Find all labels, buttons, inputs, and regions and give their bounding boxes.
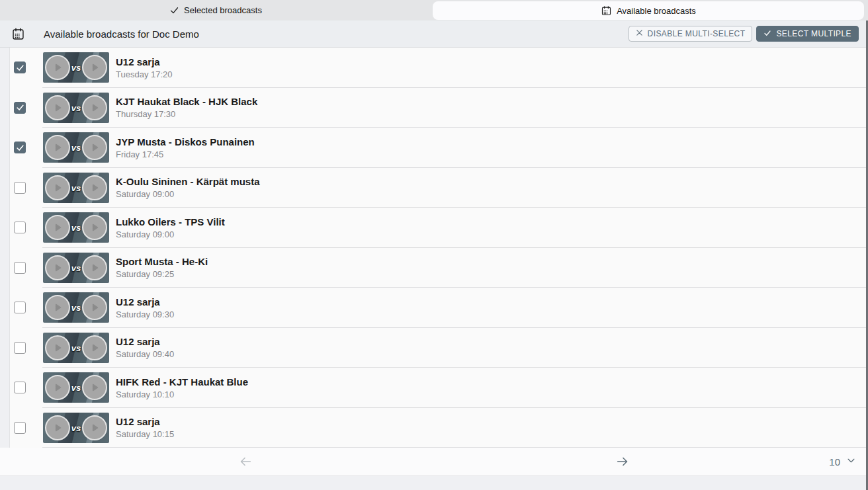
broadcast-meta: HIFK Red - KJT Haukat Blue Saturday 10:1… [116,376,248,399]
row-checkbox[interactable] [14,61,26,73]
page-header: Available broadcasts for Doc Demo DISABL… [0,20,868,48]
row-checkbox[interactable] [14,302,26,313]
prev-page-button[interactable] [238,454,253,469]
broadcast-thumbnail: vs [43,212,109,243]
play-icon [45,415,70,440]
broadcast-title: K-Oulu Sininen - Kärpät musta [116,176,260,187]
broadcast-meta: U12 sarja Saturday 09:30 [116,296,174,319]
vs-label: vs [71,63,81,73]
broadcast-time: Friday 17:45 [116,149,255,159]
broadcast-title: JYP Musta - Diskos Punainen [116,136,255,147]
broadcast-row[interactable]: vs Lukko Oilers - TPS Vilit Saturday 09:… [10,208,868,248]
play-icon [82,295,107,320]
vs-label: vs [71,343,81,352]
broadcast-row[interactable]: vs U12 sarja Tuesday 17:20 [10,48,868,88]
broadcast-thumbnail: vs [43,413,109,443]
play-icon [82,255,107,280]
broadcast-row[interactable]: vs K-Oulu Sininen - Kärpät musta Saturda… [10,168,868,208]
broadcast-row[interactable]: vs KJT Haukat Black - HJK Black Thursday… [10,88,868,128]
broadcast-meta: U12 sarja Saturday 10:15 [116,416,174,439]
page-size-selector[interactable]: 10 [829,456,856,468]
broadcast-row[interactable]: vs U12 sarja Saturday 09:30 [10,288,868,328]
play-icon [82,335,107,360]
broadcast-row[interactable]: vs JYP Musta - Diskos Punainen Friday 17… [10,128,868,168]
broadcast-row[interactable]: vs HIFK Red - KJT Haukat Blue Saturday 1… [10,368,868,408]
broadcast-time: Saturday 09:40 [116,349,174,359]
broadcast-thumbnail: vs [43,372,109,403]
play-icon [45,175,70,200]
broadcast-thumbnail: vs [43,173,109,203]
broadcast-thumbnail: vs [43,333,109,363]
vs-label: vs [71,183,81,192]
broadcast-thumbnail: vs [43,93,109,123]
calendar-icon [11,27,25,41]
broadcast-list: vs U12 sarja Tuesday 17:20 vs KJ [9,48,868,448]
row-checkbox[interactable] [14,222,26,233]
button-label: SELECT MULTIPLE [776,29,851,38]
calendar-icon [601,5,612,17]
broadcast-title: Sport Musta - He-Ki [116,256,208,267]
broadcast-title: HIFK Red - KJT Haukat Blue [116,376,248,388]
row-checkbox[interactable] [14,422,26,434]
broadcast-thumbnail: vs [43,292,109,323]
next-page-button[interactable] [615,454,630,469]
broadcast-thumbnail: vs [43,132,109,163]
broadcast-time: Saturday 10:15 [116,429,174,439]
tab-available-broadcasts[interactable]: Available broadcasts [433,1,864,20]
page-title: Available broadcasts for Doc Demo [44,28,199,40]
broadcast-row[interactable]: vs U12 sarja Saturday 10:15 [10,408,868,448]
vs-label: vs [71,102,81,112]
broadcast-meta: Lukko Oilers - TPS Vilit Saturday 09:00 [116,216,225,239]
broadcast-thumbnail: vs [43,52,109,83]
broadcast-title: U12 sarja [116,56,173,67]
close-icon [636,29,643,38]
play-icon [82,55,107,80]
bottom-spacer [0,476,868,490]
broadcast-meta: KJT Haukat Black - HJK Black Thursday 17… [116,96,257,119]
page-size-value: 10 [829,456,840,468]
play-icon [45,215,70,240]
tab-bar: Selected broadcasts Available broadcasts [0,0,868,20]
broadcast-title: U12 sarja [116,296,174,307]
broadcast-title: U12 sarja [116,336,174,347]
play-icon [45,335,70,360]
broadcast-meta: U12 sarja Saturday 09:40 [116,336,174,359]
broadcast-meta: K-Oulu Sininen - Kärpät musta Saturday 0… [116,176,260,199]
play-icon [45,295,70,320]
play-icon [82,175,107,200]
broadcast-time: Saturday 09:00 [116,229,225,239]
broadcast-thumbnail: vs [43,253,109,283]
broadcast-row[interactable]: vs U12 sarja Saturday 09:40 [10,328,868,368]
pagination-bar: 10 [0,448,868,476]
broadcast-row[interactable]: vs Sport Musta - He-Ki Saturday 09:25 [10,248,868,288]
tab-selected-broadcasts[interactable]: Selected broadcasts [0,0,431,20]
row-checkbox[interactable] [14,342,26,354]
vs-label: vs [71,263,81,272]
vs-label: vs [71,383,81,393]
play-icon [45,255,70,280]
play-icon [82,375,107,400]
play-icon [45,55,70,80]
play-icon [82,135,107,160]
play-icon [82,215,107,240]
button-label: DISABLE MULTI-SELECT [648,29,746,38]
vs-label: vs [71,143,81,153]
row-checkbox[interactable] [14,142,26,153]
select-multiple-button[interactable]: SELECT MULTIPLE [756,26,859,42]
check-icon [169,5,179,15]
row-checkbox[interactable] [14,102,26,114]
broadcast-title: KJT Haukat Black - HJK Black [116,96,257,107]
vs-label: vs [71,303,81,313]
broadcast-meta: Sport Musta - He-Ki Saturday 09:25 [116,256,208,279]
disable-multi-select-button[interactable]: DISABLE MULTI-SELECT [629,26,753,42]
play-icon [82,415,107,440]
row-checkbox[interactable] [14,382,26,393]
vs-label: vs [71,223,81,233]
broadcast-time: Thursday 17:30 [116,109,257,119]
broadcast-time: Tuesday 17:20 [116,69,173,79]
row-checkbox[interactable] [14,262,26,274]
broadcast-time: Saturday 09:25 [116,269,208,279]
tab-label: Available broadcasts [617,6,696,16]
broadcast-time: Saturday 09:30 [116,309,174,319]
row-checkbox[interactable] [14,182,26,194]
